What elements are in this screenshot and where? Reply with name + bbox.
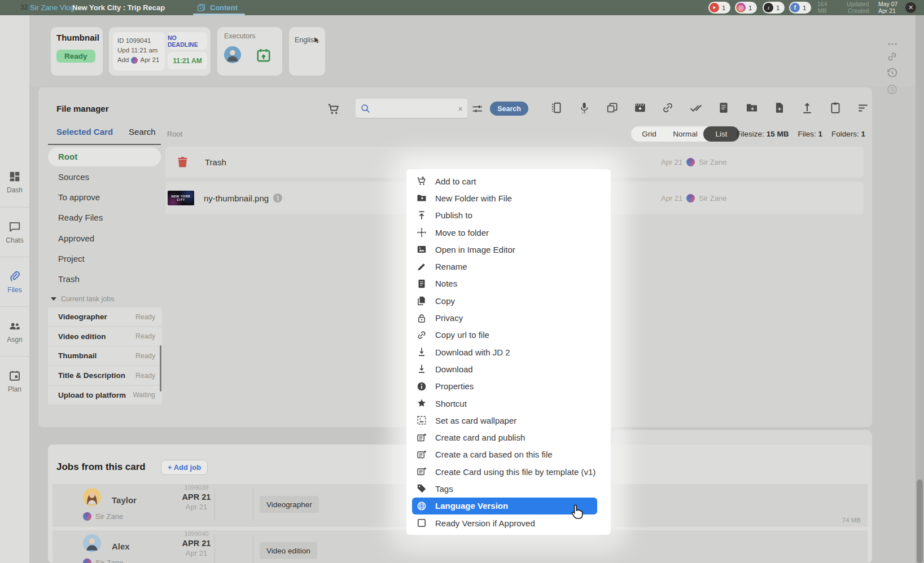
task-job-upload-platform[interactable]: Upload to platformWaiting (48, 386, 162, 404)
card-plus-icon (417, 433, 427, 443)
scrollbar-thumb[interactable] (917, 480, 923, 563)
file-add-icon[interactable] (773, 102, 786, 114)
file-context-menu: Add to cart New Folder with File Publish… (406, 169, 611, 535)
microphone-icon[interactable] (578, 102, 590, 114)
filter-tune-icon[interactable] (471, 103, 483, 115)
link-file-icon[interactable] (662, 102, 674, 114)
calendar-icon (8, 370, 21, 382)
folder-root[interactable]: Root (48, 147, 161, 166)
clear-search-icon[interactable]: × (458, 104, 463, 113)
deadline-box[interactable]: NO DEADLINE (168, 32, 207, 50)
job-role-chip[interactable]: Videographer (260, 496, 319, 513)
project-name-link[interactable]: Sir Zane Vlog (30, 3, 75, 12)
file-manager-title: File manager (56, 104, 109, 113)
job-title-chip[interactable]: Thumbnail Ready (51, 27, 103, 76)
language-chip[interactable]: English. (289, 27, 325, 76)
search-button[interactable]: Search (490, 102, 528, 116)
menu-item-properties[interactable]: Properties (406, 378, 611, 395)
folder-approved[interactable]: Approved (48, 229, 161, 248)
menu-item-rename[interactable]: Rename (406, 258, 611, 275)
upload-icon[interactable] (801, 102, 813, 114)
sidebar-item-plan[interactable]: Plan (0, 356, 29, 406)
menu-item-add-to-cart[interactable]: Add to cart (406, 173, 611, 190)
view-grid[interactable]: Grid (631, 126, 667, 142)
instagram-counter[interactable]: 1 (735, 2, 757, 14)
people-icon (8, 320, 21, 332)
search-input[interactable] (374, 104, 458, 113)
menu-item-tags[interactable]: Tags (406, 480, 611, 497)
link-icon[interactable] (887, 51, 897, 62)
task-job-thumbnail[interactable]: ThumbnailReady (48, 346, 162, 365)
checkbox-icon (417, 518, 427, 528)
tab-search[interactable]: Search (129, 127, 156, 137)
owner-avatar (83, 558, 91, 563)
subscription-icon[interactable]: S (887, 84, 897, 95)
deadline-time-box[interactable]: 11:21 AM (168, 52, 207, 69)
movie-magic-icon[interactable] (634, 102, 646, 114)
collapse-triangle-icon (51, 297, 56, 301)
folder-trash[interactable]: Trash (48, 270, 161, 289)
folder-project[interactable]: Project (48, 249, 161, 269)
window-scrollbar[interactable] (916, 15, 924, 563)
menu-item-open-in-image-editor[interactable]: Open in Image Editor (406, 241, 611, 258)
tab-content[interactable]: Content (210, 3, 238, 12)
sidebar-item-chats[interactable]: Chats (0, 207, 29, 257)
cart-icon[interactable] (327, 103, 340, 116)
folder-add-icon[interactable] (746, 102, 758, 114)
globe-icon (417, 501, 427, 511)
folder-sources[interactable]: Sources (48, 168, 161, 187)
close-icon[interactable]: ✕ (905, 2, 916, 13)
clipboard-icon[interactable] (829, 102, 842, 114)
folder-to-approve[interactable]: To approve (48, 188, 161, 207)
calendar-upload-icon[interactable] (256, 47, 271, 63)
task-job-title-description[interactable]: Title & DescriptionReady (48, 366, 162, 385)
job-id: 1099039 (165, 484, 227, 491)
mouse-cursor-pointer (569, 504, 585, 521)
menu-item-set-card-wallpaper[interactable]: Set as card wallpaper (406, 412, 611, 429)
task-job-videographer[interactable]: VideographerReady (48, 307, 162, 326)
tab-selected-card[interactable]: Selected Card (56, 127, 113, 137)
more-icon[interactable] (887, 42, 897, 46)
menu-item-create-card-by-template[interactable]: Create Card using this file by template … (406, 463, 611, 480)
tiktok-counter[interactable]: ♪ 1 (763, 2, 785, 14)
document-icon[interactable] (717, 102, 730, 114)
job-role-chip[interactable]: Video edition (260, 542, 317, 559)
view-list[interactable]: List (703, 126, 739, 142)
menu-item-download-jd2[interactable]: Download with JD 2 (406, 344, 611, 360)
history-icon[interactable] (887, 68, 897, 78)
card-info-chip: ID 1099041 Upd 11:21 am Add Apr 21 NO DE… (109, 27, 211, 76)
task-job-video-edition[interactable]: Video editionReady (48, 327, 162, 346)
executor-avatar[interactable] (224, 46, 241, 63)
menu-item-copy[interactable]: Copy (406, 292, 611, 309)
menu-item-move-to-folder[interactable]: Move to folder (406, 224, 611, 241)
avatar (83, 534, 101, 552)
youtube-counter[interactable]: 1 (708, 2, 730, 14)
view-normal[interactable]: Normal (667, 126, 703, 142)
versions-icon[interactable] (550, 102, 563, 114)
sidebar-item-files[interactable]: Files (0, 257, 29, 306)
menu-item-notes[interactable]: Notes (406, 275, 611, 292)
menu-item-create-card-and-publish[interactable]: Create card and publish (406, 429, 611, 446)
task-jobs-header[interactable]: Current task jobs (51, 295, 114, 303)
menu-item-download[interactable]: Download (406, 360, 611, 377)
folder-ready-files[interactable]: Ready Files (48, 208, 161, 227)
menu-item-privacy[interactable]: Privacy (406, 309, 611, 326)
menu-item-shortcut[interactable]: Shortcut (406, 395, 611, 412)
sort-icon[interactable] (857, 102, 869, 114)
sidebar-item-dash[interactable]: Dash (0, 157, 29, 207)
image-icon (417, 244, 427, 254)
sidebar-scrollbar[interactable] (160, 345, 161, 392)
double-check-icon[interactable] (690, 102, 702, 114)
job-row-alex[interactable]: Alex Sir Zane 1099040 APR 21 Apr 21 Vide… (52, 530, 868, 563)
job-executor-name: Alex (112, 542, 130, 551)
add-job-button[interactable]: + Add job (161, 460, 208, 475)
sidebar-item-asgn[interactable]: Asgn (0, 306, 29, 356)
menu-item-publish-to[interactable]: Publish to (406, 207, 611, 224)
menu-item-new-folder-with-file[interactable]: New Folder with File (406, 190, 611, 206)
copy-stack-icon[interactable] (606, 102, 619, 114)
card-title: New York City : Trip Recap (72, 3, 165, 12)
trash-icon (176, 155, 190, 169)
menu-item-copy-url[interactable]: Copy url to file (406, 327, 611, 344)
facebook-counter[interactable]: f 1 (789, 2, 811, 14)
menu-item-create-card-based-on-file[interactable]: Create a card based on this file (406, 446, 611, 463)
